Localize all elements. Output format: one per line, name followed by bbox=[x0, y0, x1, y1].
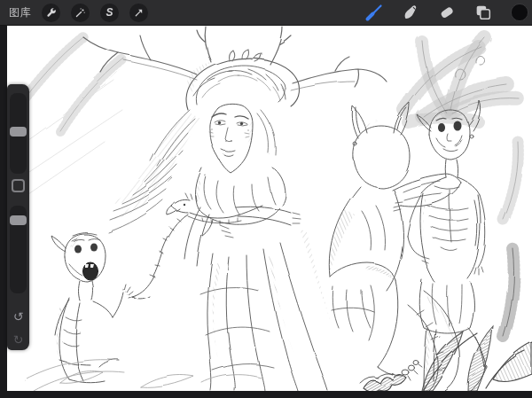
top-toolbar: 图库 S bbox=[0, 0, 532, 25]
drawing-canvas[interactable] bbox=[7, 25, 532, 391]
selection-button[interactable]: S bbox=[100, 4, 119, 22]
magic-wand-icon bbox=[74, 7, 86, 19]
drapery-folds bbox=[200, 229, 332, 391]
adjustments-button[interactable] bbox=[71, 4, 90, 22]
brush-stroke-icon bbox=[364, 2, 385, 23]
eraser-icon bbox=[437, 3, 457, 22]
finger-icon bbox=[401, 3, 420, 22]
opacity-handle[interactable] bbox=[10, 215, 27, 225]
procreate-window: 图库 S bbox=[0, 0, 532, 398]
cursor-arrow-icon bbox=[133, 7, 145, 19]
color-button[interactable] bbox=[510, 3, 529, 22]
brush-sidebar: ↺ ↻ bbox=[7, 84, 29, 350]
artwork-sketch bbox=[7, 25, 532, 391]
toolbar-left-group: 图库 S bbox=[0, 4, 148, 22]
face bbox=[209, 104, 253, 173]
crouching-goblin bbox=[329, 103, 461, 391]
wrench-icon bbox=[45, 7, 57, 19]
small-dragon bbox=[131, 193, 262, 299]
central-figure-woman bbox=[83, 27, 387, 299]
gallery-button[interactable]: 图库 bbox=[9, 5, 31, 20]
cheek-markings bbox=[209, 129, 249, 137]
foreground-foliage bbox=[25, 248, 532, 391]
actions-button[interactable] bbox=[42, 4, 60, 22]
layers-button[interactable] bbox=[473, 3, 493, 22]
color-swatch bbox=[510, 3, 529, 22]
selection-s-glyph: S bbox=[106, 7, 113, 18]
toolbar-right-group bbox=[364, 3, 532, 22]
erase-tool-button[interactable] bbox=[437, 3, 457, 22]
smudge-tool-button[interactable] bbox=[401, 3, 420, 22]
paint-tool-button[interactable] bbox=[364, 3, 384, 22]
headdress-braid bbox=[186, 49, 299, 110]
redo-button[interactable]: ↻ bbox=[7, 333, 29, 346]
modify-button[interactable] bbox=[12, 179, 25, 192]
transform-button[interactable] bbox=[129, 4, 148, 22]
brush-size-handle[interactable] bbox=[10, 127, 27, 137]
undo-button[interactable]: ↺ bbox=[7, 310, 29, 323]
arms-and-hands bbox=[184, 207, 301, 266]
layers-icon bbox=[473, 3, 493, 22]
